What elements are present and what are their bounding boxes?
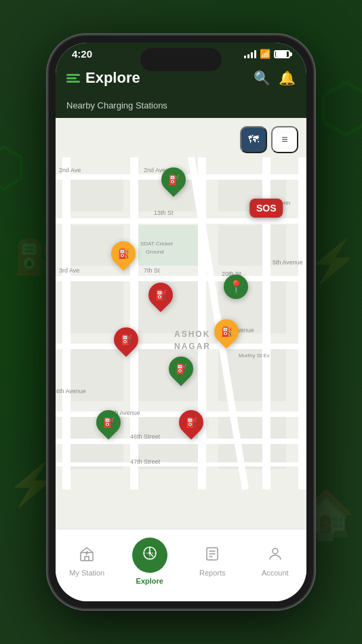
nav-item-reports[interactable]: Reports — [181, 543, 244, 580]
svg-rect-1 — [69, 178, 123, 212]
list-view-button[interactable]: ≡ — [271, 126, 298, 153]
map-controls: 🗺 ≡ — [240, 126, 298, 153]
my-station-label: My Station — [69, 569, 104, 577]
dynamic-island — [140, 48, 222, 71]
station-marker-5[interactable]: ⛽ — [214, 319, 239, 344]
page-title: Explore — [85, 69, 140, 87]
svg-rect-23 — [62, 157, 71, 489]
svg-text:NAGAR: NAGAR — [174, 342, 211, 351]
signal-icon — [244, 50, 256, 58]
account-label: Account — [262, 569, 289, 577]
svg-point-50 — [148, 552, 151, 555]
my-station-icon — [79, 546, 95, 566]
nav-item-explore[interactable]: Explore — [119, 535, 182, 588]
svg-text:5th Avenue: 5th Avenue — [273, 259, 303, 266]
station-marker-7[interactable]: ⛽ — [169, 357, 193, 381]
map-container[interactable]: 2nd Ave 2nd Avenue 13th St SDAT Cricket … — [56, 118, 306, 529]
svg-text:7th St: 7th St — [144, 267, 160, 274]
svg-text:4th: 4th — [283, 200, 290, 206]
station-marker-3[interactable]: ⛽ — [148, 283, 173, 307]
map-view-button[interactable]: 🗺 — [240, 126, 267, 153]
explore-active-circle — [132, 538, 167, 573]
notification-button[interactable]: 🔔 — [279, 70, 296, 86]
svg-rect-7 — [69, 279, 123, 334]
reports-icon — [204, 546, 220, 566]
svg-text:ASHOK: ASHOK — [174, 329, 210, 339]
svg-text:Ground: Ground — [146, 249, 164, 255]
app-logo — [66, 74, 80, 83]
station-marker-6[interactable]: ⛽ — [114, 327, 138, 352]
sos-badge[interactable]: SOS — [249, 199, 283, 218]
wifi-icon: 📶 — [260, 49, 270, 59]
battery-icon — [274, 50, 290, 58]
station-marker-2[interactable]: ⛽ — [111, 241, 136, 266]
nearby-stations-label: Nearby Charging Stations — [66, 100, 167, 110]
station-marker-9[interactable]: ⛽ — [179, 410, 203, 435]
status-time: 4:20 — [72, 48, 92, 60]
station-marker-4[interactable]: 📍 — [224, 275, 248, 299]
reports-label: Reports — [199, 569, 226, 577]
explore-icon — [141, 544, 159, 566]
nav-item-my-station[interactable]: My Station — [56, 543, 119, 580]
phone-frame: 4:20 📶 — [49, 36, 313, 608]
sos-marker[interactable]: SOS — [249, 199, 283, 218]
station-marker-8[interactable]: ⛽ — [96, 410, 121, 435]
svg-point-52 — [273, 548, 278, 554]
svg-text:3rd Ave: 3rd Ave — [59, 267, 79, 274]
bottom-nav: My Station Explo — [56, 529, 306, 601]
nav-item-account[interactable]: Account — [244, 543, 307, 580]
svg-rect-27 — [298, 157, 306, 489]
account-icon — [267, 546, 283, 566]
svg-text:2nd Ave: 2nd Ave — [59, 167, 81, 174]
search-button[interactable]: 🔍 — [254, 70, 270, 86]
svg-text:Murthy St Ex: Murthy St Ex — [239, 353, 270, 359]
station-marker-1[interactable]: ⛽ — [161, 167, 186, 192]
sub-header: Nearby Charging Stations — [56, 95, 306, 118]
svg-text:SDAT Cricket: SDAT Cricket — [140, 241, 173, 247]
svg-text:4th Avenue: 4th Avenue — [56, 388, 86, 395]
explore-label: Explore — [136, 577, 163, 585]
svg-text:46th Street: 46th Street — [130, 433, 161, 440]
svg-text:13th St: 13th St — [154, 209, 174, 216]
svg-text:47th Street: 47th Street — [130, 458, 161, 465]
